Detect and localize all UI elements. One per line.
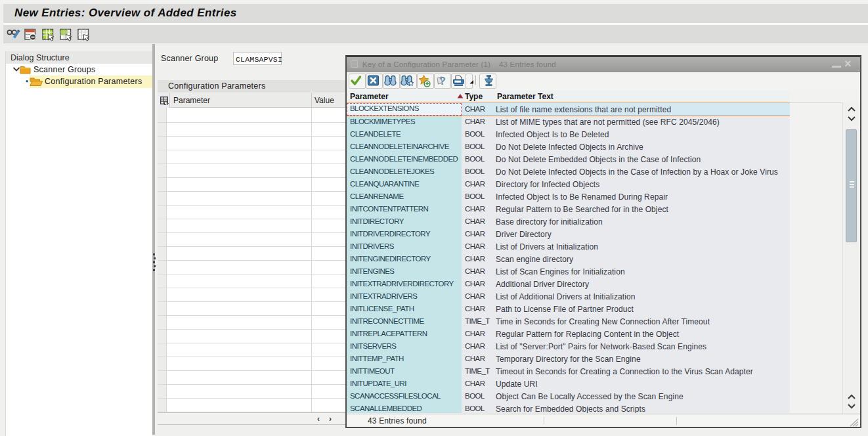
svg-text:?: ?: [439, 76, 446, 87]
